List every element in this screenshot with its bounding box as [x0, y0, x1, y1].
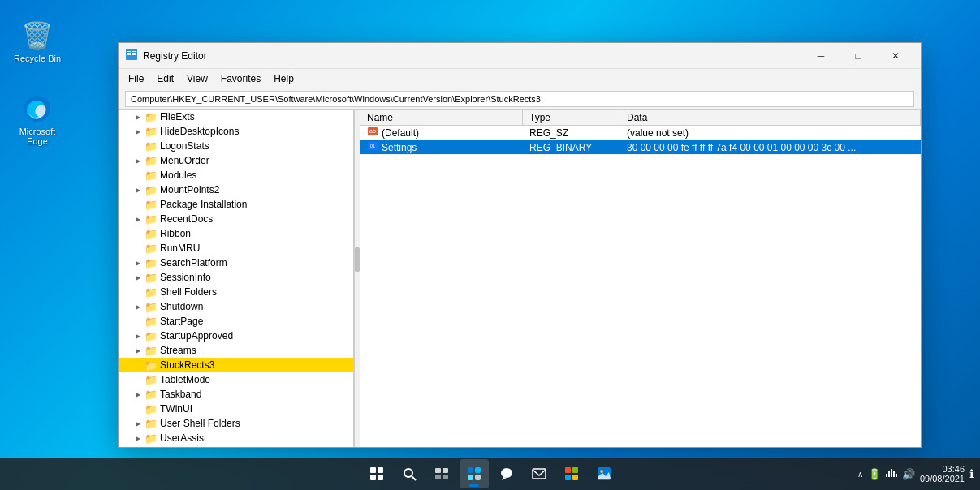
taskbar-start[interactable] — [362, 459, 391, 488]
tree-item-runmru[interactable]: ▶ 📁 RunMRU — [119, 241, 353, 256]
battery-icon: 🔋 — [868, 468, 881, 480]
svg-rect-13 — [378, 467, 383, 473]
microsoft-edge-icon[interactable]: Microsoft Edge — [8, 89, 67, 149]
tree-item-ribbon[interactable]: ▶ 📁 Ribbon — [119, 226, 353, 241]
svg-rect-5 — [132, 51, 136, 52]
tree-item-tabletmode[interactable]: ▶ 📁 TabletMode — [119, 372, 353, 387]
tree-item-fileexts[interactable]: ▶ 📁 FileExts — [119, 110, 353, 124]
maximize-button[interactable]: □ — [840, 43, 877, 69]
taskbar-search[interactable] — [395, 459, 424, 488]
col-header-type[interactable]: Type — [523, 110, 620, 125]
taskbar-chat[interactable] — [492, 459, 521, 488]
tree-item-modules[interactable]: ▶ 📁 Modules — [119, 168, 353, 183]
folder-icon: 📁 — [145, 359, 158, 372]
tree-item-shutdown[interactable]: ▶ 📁 Shutdown — [119, 299, 353, 314]
folder-icon: 📁 — [145, 345, 158, 357]
address-input[interactable] — [125, 91, 914, 107]
taskbar-photos[interactable] — [589, 459, 619, 488]
show-hidden-icons[interactable]: ∧ — [857, 470, 863, 479]
tree-item-menuorder[interactable]: ▶ 📁 MenuOrder — [119, 153, 353, 168]
taskbar-widgets[interactable] — [460, 459, 489, 488]
scrollbar-thumb[interactable] — [355, 247, 360, 272]
tree-panel: ▶ 📁 FileExts ▶ 📁 HideDesktopIcons ▶ 📁 Lo… — [119, 110, 354, 447]
svg-rect-38 — [893, 471, 895, 477]
tree-item-sessioninfo[interactable]: ▶ 📁 SessionInfo — [119, 270, 353, 285]
taskbar-taskview[interactable] — [427, 459, 456, 488]
tree-item-usershellfolders[interactable]: ▶ 📁 User Shell Folders — [119, 416, 353, 431]
folder-icon: 📁 — [145, 418, 158, 430]
time-display: 03:46 — [920, 464, 965, 474]
expand-arrow: ▶ — [132, 157, 145, 165]
close-button[interactable]: ✕ — [877, 43, 914, 69]
svg-rect-22 — [468, 467, 473, 473]
svg-rect-24 — [468, 475, 473, 480]
col-header-name[interactable]: Name — [360, 110, 523, 125]
svg-text:ab: ab — [369, 128, 376, 134]
menu-help[interactable]: Help — [267, 71, 300, 86]
tree-item-twinui[interactable]: ▶ 📁 TWinUI — [119, 402, 353, 416]
tree-item-shellfolders[interactable]: ▶ 📁 Shell Folders — [119, 285, 353, 299]
expand-arrow: ▶ — [132, 128, 145, 135]
svg-rect-31 — [565, 475, 571, 480]
expand-arrow: ▶ — [132, 114, 145, 121]
folder-icon: 📁 — [145, 389, 158, 401]
tree-item-userassist[interactable]: ▶ 📁 UserAssist — [119, 431, 353, 445]
folder-icon: 📁 — [145, 243, 158, 255]
folder-icon: 📁 — [145, 330, 158, 342]
tree-scrollbar[interactable] — [354, 110, 360, 447]
tree-item-stuckrects3[interactable]: ▶ 📁 StuckRects3 — [119, 358, 353, 372]
folder-icon: 📁 — [145, 199, 158, 211]
tree-item-startupapproved[interactable]: ▶ 📁 StartupApproved — [119, 329, 353, 343]
svg-text:01: 01 — [370, 144, 376, 148]
menu-edit[interactable]: Edit — [150, 71, 180, 86]
menu-view[interactable]: View — [180, 71, 214, 86]
taskbar-store[interactable] — [557, 459, 586, 488]
system-tray[interactable]: ∧ 🔋 🔊 — [857, 467, 915, 481]
svg-rect-18 — [435, 468, 441, 473]
cell-settings-data: 30 00 00 00 fe ff ff ff 7a f4 00 00 01 0… — [620, 142, 921, 153]
expand-arrow: ▶ — [132, 347, 145, 355]
tree-item-recentdocs[interactable]: ▶ 📁 RecentDocs — [119, 212, 353, 226]
folder-icon: 📁 — [145, 111, 158, 123]
tree-item-logonstats[interactable]: ▶ 📁 LogonStats — [119, 139, 353, 153]
tree-item-searchplatform[interactable]: ▶ 📁 SearchPlatform — [119, 256, 353, 270]
expand-arrow: ▶ — [132, 260, 145, 267]
menu-favorites[interactable]: Favorites — [214, 71, 267, 86]
tree-item-packageinstallation[interactable]: ▶ 📁 Package Installation — [119, 197, 353, 212]
col-header-data[interactable]: Data — [620, 110, 921, 125]
notification-icon[interactable]: ℹ — [969, 467, 974, 480]
expand-arrow: ▶ — [132, 187, 145, 194]
taskbar-mail[interactable] — [525, 459, 554, 488]
expand-arrow: ▶ — [132, 391, 145, 398]
expand-arrow: ▶ — [132, 333, 145, 340]
recycle-bin-icon[interactable]: 🗑️ Recycle Bin — [8, 16, 67, 67]
svg-rect-6 — [132, 53, 136, 54]
clock[interactable]: 03:46 09/08/2021 — [920, 464, 965, 484]
registry-editor-window: Registry Editor ─ □ ✕ File Edit View Fav… — [118, 42, 922, 448]
tree-item-streams[interactable]: ▶ 📁 Streams — [119, 343, 353, 358]
cell-default-name: ab (Default) — [360, 126, 523, 140]
expand-arrow: ▶ — [132, 435, 145, 442]
expand-arrow: ▶ — [132, 216, 145, 223]
details-row-default[interactable]: ab (Default) REG_SZ (value not set) — [360, 126, 921, 140]
svg-rect-21 — [443, 475, 448, 479]
svg-rect-20 — [435, 475, 441, 479]
date-display: 09/08/2021 — [920, 474, 965, 484]
folder-icon: 📁 — [145, 170, 158, 182]
folder-icon: 📁 — [145, 432, 158, 445]
minimize-button[interactable]: ─ — [802, 43, 840, 69]
tree-item-hidedesktopicons[interactable]: ▶ 📁 HideDesktopIcons — [119, 124, 353, 139]
tree-item-startpage[interactable]: ▶ 📁 StartPage — [119, 314, 353, 329]
menu-bar: File Edit View Favorites Help — [119, 69, 921, 88]
folder-icon: 📁 — [145, 301, 158, 313]
folder-icon: 📁 — [145, 228, 158, 240]
menu-file[interactable]: File — [122, 71, 150, 86]
svg-rect-2 — [127, 51, 131, 52]
network-icon — [886, 467, 897, 481]
svg-line-17 — [412, 476, 416, 480]
tree-item-virtualdesktops[interactable]: ▶ 📁 VirtualDesktops — [119, 445, 353, 447]
details-row-settings[interactable]: 01 Settings REG_BINARY 30 00 00 00 fe ff… — [360, 140, 921, 155]
folder-icon: 📁 — [145, 316, 158, 328]
tree-item-taskband[interactable]: ▶ 📁 Taskband — [119, 387, 353, 402]
tree-item-mountpoints2[interactable]: ▶ 📁 MountPoints2 — [119, 183, 353, 197]
